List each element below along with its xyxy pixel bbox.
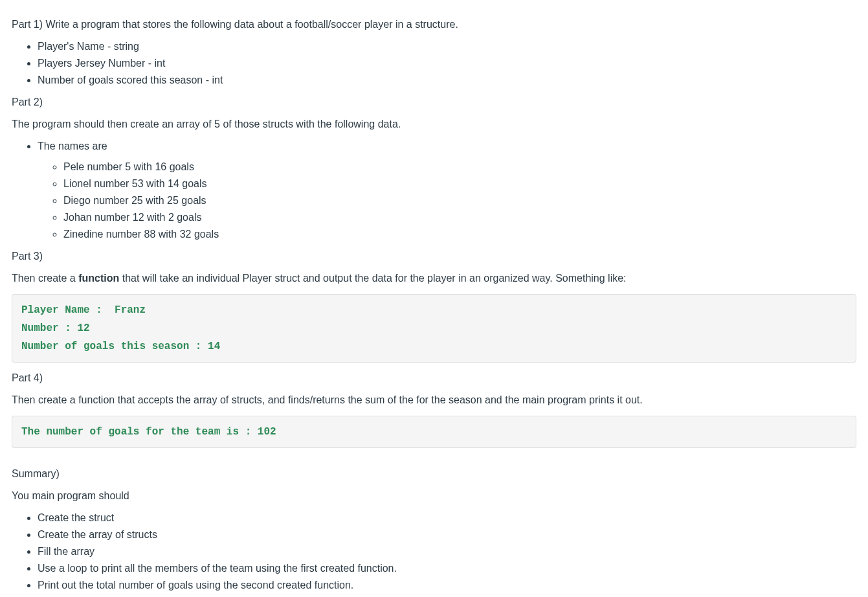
part1-list: Player's Name - string Players Jersey Nu…	[12, 39, 856, 88]
names-label: The names are	[38, 141, 107, 152]
part1-intro: Part 1) Write a program that stores the …	[12, 17, 856, 32]
list-item: Players Jersey Number - int	[38, 56, 856, 71]
part2-list: The names are Pele number 5 with 16 goal…	[12, 139, 856, 242]
list-item: Diego number 25 with 25 goals	[63, 193, 856, 208]
list-item: Use a loop to print all the members of t…	[38, 561, 856, 576]
list-item: Lionel number 53 with 14 goals	[63, 176, 856, 192]
text-fragment: that will take an individual Player stru…	[119, 273, 626, 284]
part4-text: Then create a function that accepts the …	[12, 392, 856, 408]
part3-heading: Part 3)	[12, 249, 856, 264]
summary-list: Create the struct Create the array of st…	[12, 510, 856, 593]
summary-heading: Summary)	[12, 466, 856, 482]
list-item: Fill the array	[38, 544, 856, 559]
list-item: Create the struct	[38, 510, 856, 526]
text-fragment: Then create a	[12, 273, 78, 284]
list-item: Player's Name - string	[38, 39, 856, 54]
bold-word: function	[78, 273, 119, 284]
list-item: Create the array of structs	[38, 527, 856, 543]
part3-text: Then create a function that will take an…	[12, 271, 856, 286]
part2-heading: Part 2)	[12, 95, 856, 110]
assignment-body: Part 1) Write a program that stores the …	[12, 17, 856, 593]
part4-heading: Part 4)	[12, 370, 856, 386]
code-block-team-goals: The number of goals for the team is : 10…	[12, 416, 856, 448]
players-list: Pele number 5 with 16 goals Lionel numbe…	[38, 159, 856, 242]
list-item: Pele number 5 with 16 goals	[63, 159, 856, 175]
code-block-player-output: Player Name : Franz Number : 12 Number o…	[12, 294, 856, 363]
list-item: Print out the total number of goals usin…	[38, 578, 856, 593]
list-item: Zinedine number 88 with 32 goals	[63, 227, 856, 242]
list-item: The names are Pele number 5 with 16 goal…	[38, 139, 856, 242]
summary-intro: You main program should	[12, 488, 856, 504]
part2-intro: The program should then create an array …	[12, 117, 856, 132]
list-item: Number of goals scored this season - int	[38, 73, 856, 88]
list-item: Johan number 12 with 2 goals	[63, 210, 856, 225]
